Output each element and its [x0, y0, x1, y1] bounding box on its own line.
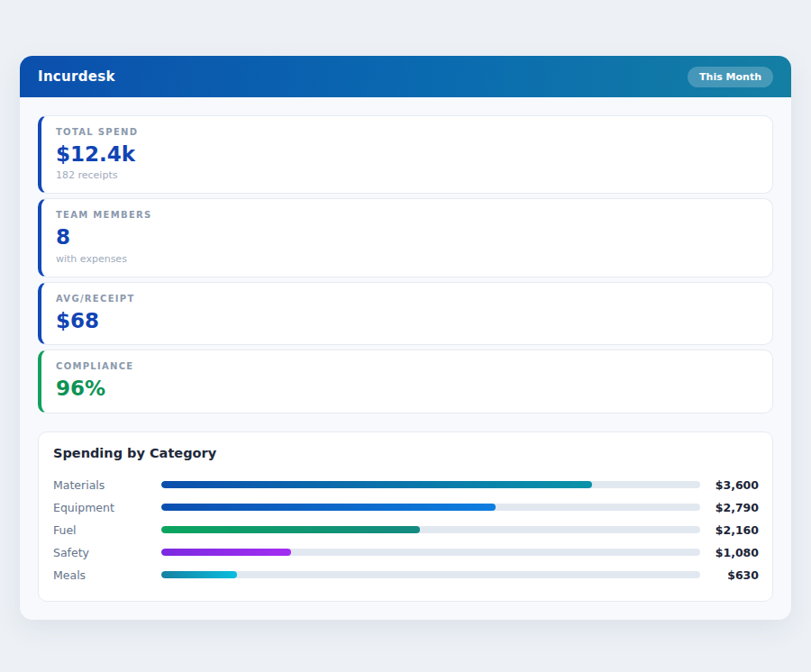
category-bar-fill — [161, 571, 237, 578]
stat-label: TOTAL SPEND — [56, 127, 758, 137]
category-bar-track — [161, 526, 700, 533]
category-bar-fill — [161, 526, 420, 533]
category-row: Meals$630 — [53, 564, 759, 586]
category-bar-fill — [161, 481, 592, 488]
stat-subtext: 182 receipts — [56, 169, 758, 181]
stat-card-avg-receipt: AVG/RECEIPT $68 — [38, 282, 773, 345]
category-value: $1,080 — [708, 546, 759, 559]
spending-by-category-card: Spending by Category Materials$3,600Equi… — [38, 431, 773, 602]
period-badge[interactable]: This Month — [688, 67, 773, 87]
stat-value: 8 — [56, 225, 758, 249]
category-bar-track — [161, 481, 700, 488]
category-value: $2,160 — [708, 523, 759, 537]
chart-title: Spending by Category — [53, 446, 759, 460]
category-value: $630 — [708, 568, 759, 582]
category-value: $2,790 — [708, 501, 759, 514]
stat-label: AVG/RECEIPT — [56, 294, 758, 304]
category-row: Fuel$2,160 — [53, 519, 759, 541]
category-value: $3,600 — [708, 478, 759, 492]
category-bar-fill — [161, 549, 291, 556]
category-bar-track — [161, 571, 700, 578]
category-label: Safety — [53, 546, 161, 559]
app-title: Incurdesk — [38, 68, 115, 85]
stat-value: 96% — [56, 377, 758, 400]
category-row: Materials$3,600 — [53, 474, 759, 496]
category-bar-track — [161, 504, 700, 511]
category-label: Fuel — [53, 523, 161, 537]
stat-value: $12.4k — [56, 142, 758, 166]
panel-body: TOTAL SPEND $12.4k 182 receipts TEAM MEM… — [20, 97, 791, 620]
app-header: Incurdesk This Month — [20, 56, 791, 97]
stat-label: COMPLIANCE — [56, 361, 758, 371]
stat-card-team-members: TEAM MEMBERS 8 with expenses — [38, 198, 773, 277]
stat-value: $68 — [56, 309, 758, 332]
stat-card-total-spend: TOTAL SPEND $12.4k 182 receipts — [38, 115, 773, 194]
category-row: Safety$1,080 — [53, 541, 759, 564]
category-bar-fill — [161, 504, 496, 511]
stat-card-compliance: COMPLIANCE 96% — [38, 350, 773, 413]
stat-label: TEAM MEMBERS — [56, 210, 758, 220]
stat-subtext: with expenses — [56, 253, 758, 265]
category-label: Equipment — [53, 501, 161, 514]
category-rows: Materials$3,600Equipment$2,790Fuel$2,160… — [53, 474, 759, 586]
category-label: Materials — [53, 478, 161, 492]
dashboard-panel: Incurdesk This Month TOTAL SPEND $12.4k … — [20, 56, 791, 620]
category-label: Meals — [53, 568, 161, 582]
category-row: Equipment$2,790 — [53, 496, 759, 519]
category-bar-track — [161, 549, 700, 556]
